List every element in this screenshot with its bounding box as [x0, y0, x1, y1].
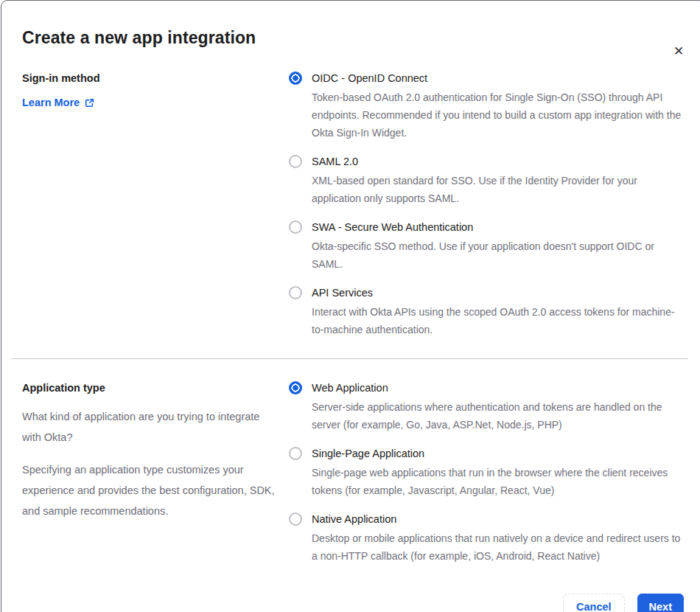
learn-more-link[interactable]: Learn More: [22, 97, 94, 108]
option-web-application[interactable]: Web Application Server-side applications…: [289, 380, 684, 434]
option-label: Single-Page Application: [312, 446, 684, 462]
radio-web-application[interactable]: [289, 381, 302, 394]
signin-method-label: Sign-in method: [22, 71, 277, 86]
option-description: Interact with Okta APIs using the scoped…: [312, 303, 684, 338]
option-description: Server-side applications where authentic…: [312, 398, 684, 434]
application-type-help: Specifying an application type customize…: [22, 459, 277, 521]
application-type-question: What kind of application are you trying …: [22, 406, 277, 448]
application-type-label: Application type: [22, 380, 277, 395]
radio-single-page-application[interactable]: [289, 447, 302, 460]
dialog-footer: Cancel Next: [22, 594, 684, 612]
external-link-icon: [85, 98, 94, 108]
option-label: SAML 2.0: [312, 154, 684, 170]
option-swa[interactable]: SWA - Secure Web Authentication Okta-spe…: [289, 220, 684, 273]
option-native-application[interactable]: Native Application Desktop or mobile app…: [289, 512, 684, 565]
option-single-page-application[interactable]: Single-Page Application Single-page web …: [289, 446, 684, 499]
application-type-section: Application type What kind of applicatio…: [22, 380, 684, 565]
option-label: SWA - Secure Web Authentication: [312, 220, 684, 235]
option-description: Desktop or mobile applications that run …: [312, 529, 684, 565]
application-type-options: Web Application Server-side applications…: [289, 380, 684, 565]
next-button[interactable]: Next: [637, 594, 684, 612]
option-description: Token-based OAuth 2.0 authentication for…: [312, 88, 684, 142]
option-label: Web Application: [312, 380, 684, 396]
section-divider: [11, 358, 688, 359]
option-oidc[interactable]: OIDC - OpenID Connect Token-based OAuth …: [289, 71, 684, 142]
option-label: Native Application: [312, 512, 684, 527]
radio-oidc[interactable]: [289, 72, 302, 85]
create-app-integration-dialog: ✕ Create a new app integration Sign-in m…: [1, 0, 700, 612]
cancel-button[interactable]: Cancel: [563, 594, 625, 612]
radio-api-services[interactable]: [289, 286, 302, 299]
option-label: API Services: [312, 285, 684, 301]
option-label: OIDC - OpenID Connect: [312, 71, 684, 86]
radio-saml[interactable]: [289, 155, 302, 168]
option-description: Single-page web applications that run in…: [312, 464, 684, 499]
radio-native-application[interactable]: [289, 512, 302, 526]
signin-method-section: Sign-in method Learn More: [22, 71, 684, 338]
option-description: XML-based open standard for SSO. Use if …: [312, 172, 684, 207]
option-api-services[interactable]: API Services Interact with Okta APIs usi…: [289, 285, 684, 338]
dialog-title: Create a new app integration: [22, 28, 684, 48]
radio-swa[interactable]: [289, 220, 302, 234]
close-icon[interactable]: ✕: [669, 42, 688, 61]
screen: ✕ Create a new app integration Sign-in m…: [0, 0, 700, 612]
learn-more-label: Learn More: [22, 97, 80, 108]
signin-method-options: OIDC - OpenID Connect Token-based OAuth …: [289, 71, 684, 338]
option-description: Okta-specific SSO method. Use if your ap…: [312, 237, 684, 273]
option-saml[interactable]: SAML 2.0 XML-based open standard for SSO…: [289, 154, 684, 207]
